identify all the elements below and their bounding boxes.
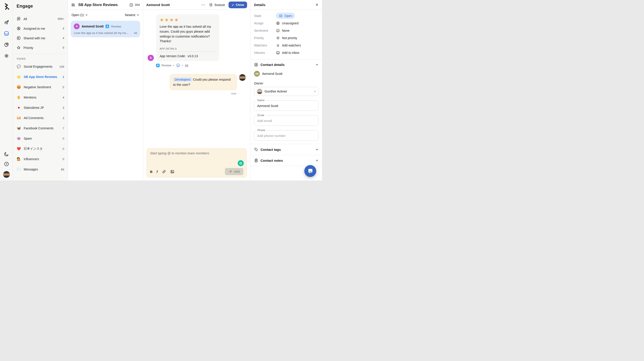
neutral-face-icon (276, 28, 280, 33)
star-icon (276, 36, 280, 40)
grammarly-icon[interactable]: G (238, 160, 244, 166)
app-store-icon: A (106, 24, 109, 28)
list-filter-row: Open (1) Newest (68, 10, 143, 19)
reply-composer[interactable]: Start typing @ to mention team members G… (147, 148, 247, 177)
user-avatar[interactable] (3, 171, 10, 178)
caret-down-icon: ▾ (314, 90, 316, 93)
chat-widget-button[interactable] (304, 165, 316, 177)
message-timestamp-link[interactable]: 4d (185, 64, 188, 67)
contact-identity-row: AS Aemond Scott (254, 71, 318, 77)
image-icon[interactable] (170, 170, 174, 174)
check-icon: ✓ (232, 3, 234, 7)
link-icon[interactable] (162, 170, 166, 174)
engage-inbox-icon[interactable] (4, 31, 9, 36)
property-state: State Open (254, 12, 318, 19)
chevron-down-icon (85, 14, 88, 16)
sidebar-item-label: All (24, 17, 55, 21)
add-note-button[interactable]: Add (225, 168, 243, 175)
avatar: A (74, 23, 80, 29)
view-item-spam[interactable]: 👾 Spam 0 (13, 133, 68, 144)
dark-mode-moon-icon[interactable] (4, 151, 9, 157)
notes-clipboard-icon (254, 158, 258, 163)
watchers-value[interactable]: Add watchers (276, 43, 301, 47)
assign-value[interactable]: Unassigned (276, 21, 298, 25)
star-rating: ★★★★ (160, 17, 216, 22)
sidebar-item-all[interactable]: All 999+ (13, 14, 68, 24)
view-item-facebook-comments[interactable]: 🦋 Facebook Comments 7 (13, 123, 68, 133)
chevron-down-icon (316, 148, 318, 151)
money-emoji-icon: 💴 (16, 116, 21, 120)
property-inboxes: Inboxes Add to inbox (254, 49, 318, 56)
sidebar-item-count: 9 (62, 46, 64, 49)
property-watchers: Watchers Add watchers (254, 41, 318, 49)
state-open-pill[interactable]: Open (276, 13, 295, 19)
chat-bubble-icon (307, 168, 314, 174)
snooze-button[interactable]: Snooze (209, 3, 225, 7)
app-version-label: App Version Code: (160, 54, 186, 58)
note-author-avatar (239, 74, 246, 81)
close-button[interactable]: ✓ Close (228, 1, 247, 8)
name-field[interactable]: Name Aemond Scott (254, 100, 318, 111)
publish-icon[interactable] (4, 20, 9, 25)
view-item-messages[interactable]: ✉️ Messages 68 (13, 164, 68, 174)
review-text: Love the app as it has solved all my iss… (160, 24, 216, 44)
view-item-negative-sentiment[interactable]: 😡 Negative Sentiment 5 (13, 82, 68, 92)
sidebar-item-assigned-to-me[interactable]: Assigned to me 4 (13, 24, 68, 33)
engage-sidebar: Engage All 999+ Assigned to me 4 Shared … (13, 0, 68, 180)
view-item-statusbrew-jp[interactable]: 🇯🇵 Statusbrew JP 3 (13, 102, 68, 113)
rail-nav (4, 20, 9, 58)
state-filter-dropdown[interactable]: Open (1) (72, 13, 88, 17)
butterfly-emoji-icon: 🦋 (16, 126, 21, 130)
italic-button[interactable]: I (156, 170, 158, 174)
contact-details-header[interactable]: Contact details (254, 62, 318, 67)
view-item-influencers[interactable]: 💁 Influencers 0 (13, 154, 68, 164)
view-item-sb-app-store-reviews[interactable]: 🌟 SB App Store Reviews 1 (13, 72, 68, 82)
sidebar-item-label: Shared with me (24, 36, 60, 40)
message-time: 4d (134, 31, 137, 35)
view-item-social-engagements[interactable]: 💬 Social Engagements 158 (13, 61, 68, 72)
contact-name: Aemond Scott (262, 72, 282, 75)
phone-field-placeholder: Add phone number (257, 134, 315, 138)
date-range-value: 30d (134, 3, 140, 6)
shared-badge-icon (16, 36, 21, 40)
bold-button[interactable]: B (150, 170, 152, 174)
review-meta-row: A Review • • 4d (156, 63, 246, 67)
sidebar-item-shared-with-me[interactable]: Shared with me 4 (13, 33, 68, 43)
review-card: ★★★★ Love the app as it has solved all m… (156, 14, 219, 61)
view-item-japan-insta[interactable]: ❤️ 日本インスタ 0 (13, 144, 68, 154)
settings-gear-icon[interactable] (4, 53, 9, 58)
phone-field[interactable]: Phone Add phone number (254, 130, 318, 141)
person-tipping-hand-emoji-icon: 💁 (16, 157, 21, 161)
sidebar-item-count: 999+ (58, 17, 64, 20)
team-mention-chip[interactable]: Developers (173, 77, 192, 81)
channel-label: Review (162, 64, 171, 67)
reports-pie-icon[interactable] (4, 42, 9, 47)
glowing-star-emoji-icon: 🌟 (16, 75, 21, 79)
menu-icon[interactable] (71, 3, 76, 7)
sentiment-value[interactable]: None (276, 28, 289, 33)
email-field[interactable]: Email Add email (254, 115, 318, 126)
sentiment-smiley-icon[interactable] (176, 63, 180, 67)
more-options-icon[interactable]: ··· (201, 3, 205, 7)
owner-avatar (257, 89, 262, 94)
comment-hash-icon (16, 17, 21, 21)
alarm-clock-icon (209, 3, 213, 7)
person-circle-icon (16, 26, 21, 31)
priority-value[interactable]: Not priority (276, 36, 297, 40)
red-heart-emoji-icon: ❤️ (16, 147, 21, 151)
list-item-aemond-scott[interactable]: A Aemond Scott A Review Love the app as … (71, 21, 140, 37)
contact-tags-section[interactable]: Contact tags (250, 144, 322, 155)
close-icon[interactable]: ✕ (316, 3, 318, 7)
help-icon[interactable]: ? (4, 161, 9, 167)
sort-dropdown[interactable]: Newest (125, 13, 139, 17)
conversation-list-column: SB App Store Reviews 1 30d Open (1) Newe… (68, 0, 143, 180)
sidebar-item-priority[interactable]: Priority 9 (13, 43, 68, 52)
inboxes-value[interactable]: Add to inbox (276, 51, 300, 55)
view-item-ad-comments[interactable]: 💴 Ad Comments 3 (13, 113, 68, 123)
date-range-filter[interactable]: 1 30d (129, 3, 140, 7)
sidebar-item-count: 4 (62, 36, 64, 40)
contact-notes-section[interactable]: Contact notes (250, 155, 322, 166)
owner-select[interactable]: Gunther Ackner ▾ (254, 87, 318, 96)
view-item-mentions[interactable]: ✋ Mentions 4 (13, 92, 68, 102)
app-version-value: v3.0.13 (188, 54, 198, 58)
